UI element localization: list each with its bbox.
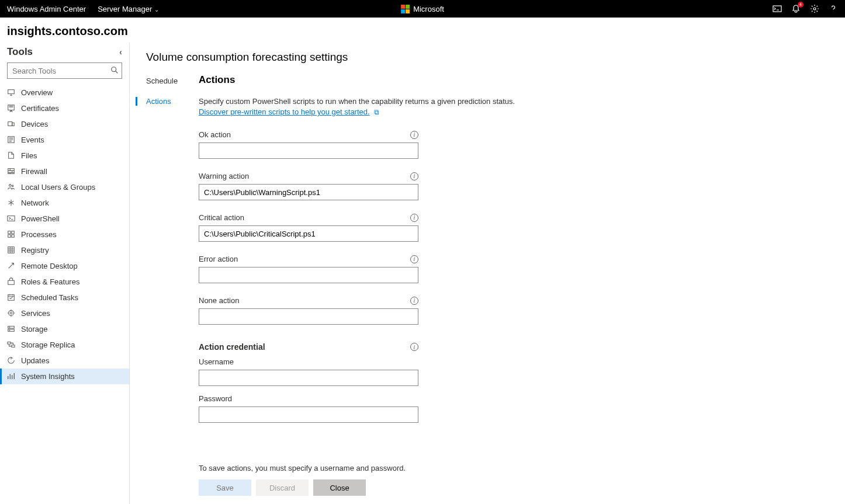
sidebar-item-label: Scheduled Tasks (21, 293, 78, 302)
remote-icon (7, 262, 16, 271)
password-label: Password (199, 394, 232, 403)
info-icon[interactable]: i (410, 214, 418, 222)
save-button[interactable]: Save (199, 479, 251, 496)
tools-heading: Tools (7, 46, 33, 58)
tab-actions[interactable]: Actions (146, 97, 183, 106)
svg-rect-26 (12, 345, 15, 347)
sidebar-item-local-users-groups[interactable]: Local Users & Groups (0, 179, 129, 195)
error-action-input[interactable] (199, 267, 418, 283)
svg-point-20 (9, 310, 14, 315)
context-menu[interactable]: Server Manager⌄ (98, 5, 159, 13)
external-link-icon: ⧉ (374, 108, 379, 116)
sidebar: Tools ‹ OverviewCertificatesDevicesEvent… (0, 43, 130, 504)
sidebar-item-scheduled-tasks[interactable]: Scheduled Tasks (0, 290, 129, 305)
sidebar-item-storage[interactable]: Storage (0, 321, 129, 337)
services-icon (7, 309, 16, 318)
svg-rect-3 (8, 89, 15, 93)
svg-rect-22 (8, 329, 15, 331)
credential-heading: Action credential (199, 342, 265, 352)
sidebar-item-devices[interactable]: Devices (0, 116, 129, 132)
certificate-icon (7, 104, 16, 113)
sidebar-item-label: Local Users & Groups (21, 183, 95, 192)
svg-point-1 (813, 8, 816, 10)
save-note: To save actions, you must specify a user… (199, 464, 643, 472)
sidebar-item-processes[interactable]: Processes (0, 227, 129, 242)
sidebar-item-label: System Insights (21, 372, 75, 381)
sidebar-item-files[interactable]: Files (0, 148, 129, 164)
critical-action-label: Critical action (199, 213, 244, 222)
svg-point-10 (12, 185, 13, 186)
notifications-icon[interactable]: 4 (791, 4, 801, 13)
sidebar-item-certificates[interactable]: Certificates (0, 100, 129, 116)
username-input[interactable] (199, 370, 418, 386)
devices-icon (7, 120, 16, 129)
sidebar-item-network[interactable]: Network (0, 195, 129, 211)
none-action-label: None action (199, 296, 239, 305)
discover-scripts-link[interactable]: Discover pre-written scripts to help you… (199, 107, 370, 116)
sidebar-item-label: Roles & Features (21, 277, 79, 286)
critical-action-input[interactable] (199, 225, 418, 242)
section-description: Specify custom PowerShell scripts to run… (199, 96, 643, 117)
sidebar-item-events[interactable]: Events (0, 132, 129, 148)
console-icon[interactable] (773, 4, 782, 13)
error-action-label: Error action (199, 255, 238, 263)
svg-rect-0 (773, 6, 781, 12)
info-icon[interactable]: i (410, 131, 418, 139)
svg-rect-12 (8, 231, 11, 233)
content-area: Volume consumption forecasting settings … (130, 43, 845, 504)
info-icon[interactable]: i (410, 255, 418, 263)
microsoft-logo-icon (401, 5, 410, 13)
sidebar-item-label: Devices (21, 120, 48, 128)
settings-icon[interactable] (810, 4, 819, 13)
sidebar-item-label: Registry (21, 246, 49, 255)
sidebar-item-remote-desktop[interactable]: Remote Desktop (0, 258, 129, 274)
info-icon[interactable]: i (410, 297, 418, 305)
svg-point-9 (9, 184, 12, 186)
none-action-input[interactable] (199, 308, 418, 325)
search-icon (110, 66, 119, 76)
tab-schedule[interactable]: Schedule (146, 77, 183, 85)
warning-action-input[interactable] (199, 184, 418, 200)
sidebar-item-label: Storage Replica (21, 340, 75, 349)
network-icon (7, 199, 16, 208)
sidebar-item-label: Network (21, 199, 49, 207)
monitor-icon (7, 88, 16, 98)
app-name[interactable]: Windows Admin Center (7, 5, 86, 13)
svg-rect-21 (8, 326, 15, 328)
files-icon (7, 151, 16, 161)
collapse-icon[interactable]: ‹ (119, 47, 122, 57)
username-label: Username (199, 357, 234, 366)
sidebar-item-firewall[interactable]: Firewall (0, 164, 129, 179)
sidebar-item-system-insights[interactable]: System Insights (0, 369, 129, 384)
help-icon[interactable] (829, 4, 838, 13)
host-name: insights.contoso.com (0, 18, 845, 43)
discard-button[interactable]: Discard (256, 479, 309, 496)
sidebar-item-registry[interactable]: Registry (0, 242, 129, 258)
settings-tabs: ScheduleActions (146, 74, 183, 496)
search-tools-input[interactable] (7, 62, 122, 79)
close-button[interactable]: Close (313, 479, 366, 496)
storage-icon (7, 325, 16, 334)
sidebar-item-overview[interactable]: Overview (0, 85, 129, 100)
sidebar-item-powershell[interactable]: PowerShell (0, 211, 129, 227)
roles-icon (7, 277, 16, 287)
sidebar-item-label: Firewall (21, 167, 47, 176)
sidebar-item-updates[interactable]: Updates (0, 353, 129, 369)
warning-action-label: Warning action (199, 172, 249, 180)
ok-action-input[interactable] (199, 142, 418, 159)
sidebar-item-storage-replica[interactable]: Storage Replica (0, 337, 129, 353)
info-icon[interactable]: i (410, 172, 418, 180)
password-input[interactable] (199, 406, 418, 423)
chevron-down-icon: ⌄ (154, 6, 159, 13)
info-icon[interactable]: i (410, 343, 418, 351)
sidebar-item-label: Files (21, 151, 37, 160)
svg-point-2 (112, 67, 116, 72)
sidebar-item-services[interactable]: Services (0, 305, 129, 321)
updates-icon (7, 356, 16, 366)
insights-icon (7, 372, 16, 381)
sidebar-item-roles-features[interactable]: Roles & Features (0, 274, 129, 290)
sidebar-item-label: Events (21, 135, 44, 144)
svg-rect-16 (8, 246, 15, 253)
page-title: Volume consumption forecasting settings (146, 51, 839, 64)
sidebar-item-label: Storage (21, 325, 48, 333)
